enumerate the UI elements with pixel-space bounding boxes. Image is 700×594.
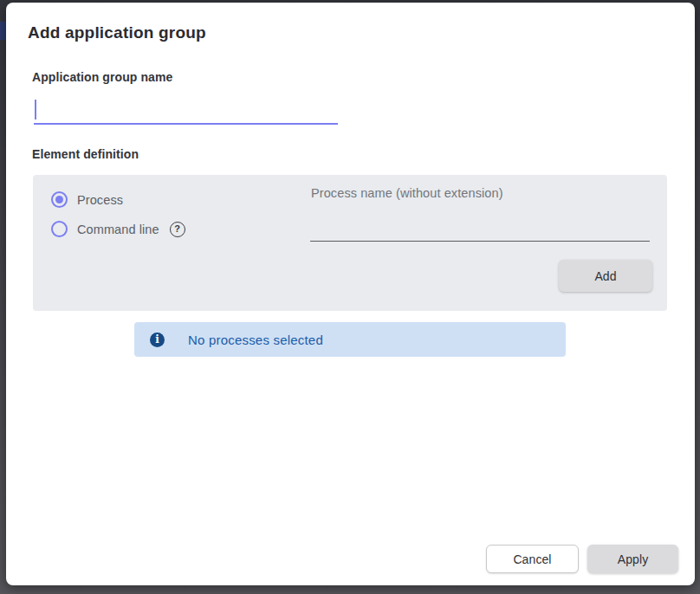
radio-button-command-line-icon[interactable]	[51, 221, 68, 237]
add-button[interactable]: Add	[559, 260, 652, 292]
radio-process-label: Process	[77, 193, 123, 207]
process-name-input[interactable]	[310, 214, 650, 242]
radio-unselected-dot	[55, 225, 63, 233]
background-app-accent	[0, 22, 6, 40]
element-definition-label: Element definition	[32, 147, 139, 161]
info-banner-text: No processes selected	[188, 333, 323, 347]
radio-option-process[interactable]: Process	[51, 191, 123, 208]
apply-button[interactable]: Apply	[587, 545, 678, 573]
info-banner: i No processes selected	[134, 322, 566, 357]
help-icon[interactable]: ?	[170, 222, 185, 237]
process-name-label: Process name (without extension)	[311, 186, 503, 200]
radio-option-command-line[interactable]: Command line ?	[51, 221, 185, 237]
text-cursor	[35, 100, 36, 119]
application-group-name-input[interactable]	[34, 94, 338, 125]
radio-selected-dot	[55, 196, 63, 203]
radio-command-line-label: Command line	[77, 223, 159, 236]
cancel-button[interactable]: Cancel	[486, 545, 579, 573]
add-application-group-dialog: Add application group Application group …	[6, 3, 695, 585]
application-group-name-label: Application group name	[32, 70, 172, 84]
radio-button-process-icon[interactable]	[51, 191, 68, 208]
info-icon: i	[150, 333, 165, 347]
element-definition-panel: Process Command line ? Process name (wit…	[33, 175, 667, 311]
dialog-title: Add application group	[28, 23, 206, 42]
